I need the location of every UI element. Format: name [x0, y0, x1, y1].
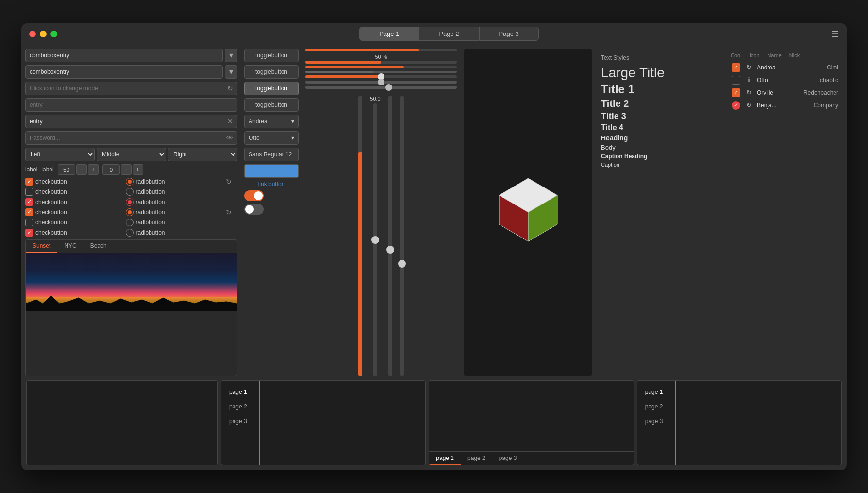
maximize-button[interactable]	[50, 31, 57, 37]
left-tab-page1[interactable]: page 1	[221, 385, 259, 399]
traffic-lights	[29, 31, 57, 37]
clear-icon[interactable]: ✕	[227, 118, 233, 125]
spin-up-1[interactable]: +	[88, 164, 99, 175]
switch-2[interactable]	[244, 204, 299, 215]
combo-input-1[interactable]	[25, 49, 223, 62]
check-3[interactable]: checkbutton	[25, 198, 122, 206]
h-slider-1[interactable]	[305, 49, 457, 51]
tab-page1[interactable]: Page 1	[359, 27, 419, 41]
tab-sunset[interactable]: Sunset	[26, 240, 57, 253]
far-right-content	[676, 381, 841, 465]
h-slider-4[interactable]	[305, 75, 457, 78]
tab-beach[interactable]: Beach	[83, 240, 114, 253]
check-label-3: checkbutton	[35, 199, 67, 205]
combo-arrow-2[interactable]: ▾	[225, 65, 237, 79]
cool-check-1[interactable]: ✓	[732, 63, 740, 72]
h-slider-thumb-5[interactable]	[378, 79, 384, 85]
v-slider-1[interactable]	[358, 96, 362, 376]
menu-icon[interactable]: ☰	[831, 29, 839, 39]
combo-input-2[interactable]	[25, 65, 223, 79]
radio-5[interactable]: radiobutton	[126, 219, 222, 226]
bottom-tab-page3[interactable]: page 3	[492, 452, 524, 465]
toggle-btn-1[interactable]: togglebutton	[244, 49, 299, 62]
right-tab-page1[interactable]: page 1	[637, 385, 675, 399]
radio-4[interactable]: radiobutton	[126, 208, 222, 216]
check-1[interactable]: checkbutton	[25, 178, 122, 186]
dropdown-otto[interactable]: Otto ▾	[244, 131, 299, 145]
toggle-btn-4[interactable]: togglebutton	[244, 98, 299, 112]
spin-up-2[interactable]: +	[133, 164, 143, 175]
tab-page3[interactable]: Page 3	[479, 27, 539, 41]
h-slider-3a[interactable]	[305, 66, 457, 68]
bottom-left-panel	[26, 380, 218, 465]
icon-3: ↻	[744, 89, 753, 96]
check-2[interactable]: checkbutton	[25, 188, 122, 196]
entry-row-2: ✕	[25, 115, 237, 128]
v-slider-3[interactable]	[388, 96, 392, 376]
radio-1[interactable]: radiobutton	[126, 178, 222, 186]
h-slider-2[interactable]	[305, 61, 457, 64]
cool-check-2[interactable]	[732, 76, 740, 85]
bottom-tab-page1[interactable]: page 1	[429, 452, 461, 465]
dropdown-right[interactable]: RightLeftCenter	[168, 148, 237, 161]
radio-6[interactable]: radiobutton	[126, 229, 222, 237]
v-slider-4[interactable]	[400, 96, 404, 376]
dropdown-andrea-label: Andrea	[249, 118, 267, 125]
radio-3[interactable]: radiobutton	[126, 198, 222, 206]
spin-group-1: 50 − +	[58, 164, 99, 175]
mid-panel-content	[260, 381, 425, 465]
v-slider-2[interactable]	[373, 103, 377, 376]
cool-check-3[interactable]: ✓	[732, 88, 740, 97]
dropdown-left[interactable]: LeftCenterRight	[25, 148, 95, 161]
ts-large-title: Large Title	[601, 65, 718, 81]
minimize-button[interactable]	[40, 31, 47, 37]
h-slider-5[interactable]	[305, 81, 457, 84]
label-2: label	[41, 166, 53, 173]
password-input[interactable]	[30, 135, 224, 141]
link-button[interactable]: link button	[244, 181, 299, 187]
switch-track-1[interactable]	[244, 190, 264, 201]
toggle-btn-3[interactable]: togglebutton	[244, 82, 299, 95]
spin-down-2[interactable]: −	[121, 164, 132, 175]
sliders-panel: 50 %	[305, 49, 461, 376]
switch-1[interactable]	[244, 190, 299, 201]
color-picker-bar[interactable]	[244, 164, 299, 178]
check-label-1: checkbutton	[35, 178, 67, 185]
spin-down-1[interactable]: −	[76, 164, 87, 175]
h-slider-thumb-6[interactable]	[385, 84, 392, 91]
radio-2[interactable]: radiobutton	[126, 188, 222, 196]
combo-arrow-1[interactable]: ▾	[225, 49, 237, 62]
left-tab-page3[interactable]: page 3	[221, 414, 259, 428]
check-4[interactable]: checkbutton	[25, 208, 122, 216]
left-tab-page2[interactable]: page 2	[221, 399, 259, 414]
font-selector[interactable]: Sans Regular 12	[244, 148, 299, 161]
h-slider-3b[interactable]	[305, 71, 457, 73]
mode-entry[interactable]	[30, 85, 225, 92]
v-slider-3-wrap	[388, 96, 392, 376]
v-slider-thumb-2[interactable]	[371, 236, 379, 244]
bottom-tab-page2[interactable]: page 2	[461, 452, 492, 465]
list-header: Cool Icon Name Nick	[731, 52, 839, 58]
right-tab-page2[interactable]: page 2	[637, 399, 675, 414]
tab-page2[interactable]: Page 2	[419, 27, 479, 41]
entry-1[interactable]	[30, 102, 233, 108]
left-tab-list: page 1 page 2 page 3	[221, 381, 260, 465]
dropdown-middle[interactable]: MiddleTopBottom	[97, 148, 166, 161]
tab-nyc[interactable]: NYC	[57, 240, 83, 253]
cool-check-4[interactable]: ✓	[732, 101, 740, 110]
v-slider-thumb-4[interactable]	[398, 260, 406, 268]
entry-2[interactable]	[30, 118, 225, 125]
check-6[interactable]: checkbutton	[25, 229, 122, 237]
check-5[interactable]: checkbutton	[25, 219, 122, 226]
dropdown-andrea[interactable]: Andrea ▾	[244, 115, 299, 128]
switch-track-2[interactable]	[244, 204, 264, 215]
right-tab-page3[interactable]: page 3	[637, 414, 675, 428]
eye-icon[interactable]: 👁	[226, 134, 233, 142]
refresh-icon[interactable]: ↻	[227, 85, 233, 92]
refresh-icon-1[interactable]: ↻	[226, 178, 237, 186]
close-button[interactable]	[29, 31, 36, 37]
v-slider-thumb-3[interactable]	[386, 246, 394, 254]
refresh-icon-2[interactable]: ↻	[226, 208, 237, 216]
h-slider-6[interactable]	[305, 86, 457, 89]
toggle-btn-2[interactable]: togglebutton	[244, 65, 299, 79]
